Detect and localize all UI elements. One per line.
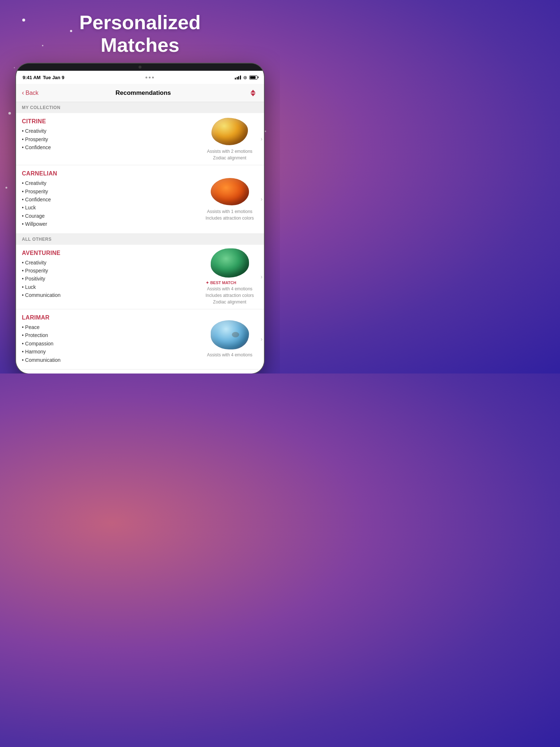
list-item: • Courage — [22, 212, 194, 220]
camera-dot — [139, 66, 141, 69]
larimar-name: LARIMAR — [22, 314, 194, 321]
citrine-name: CITRINE — [22, 118, 194, 125]
list-item: • Positivity — [22, 275, 194, 283]
list-item: • Luck — [22, 283, 194, 291]
larimar-properties: • Peace • Protection • Compassion • Harm… — [22, 323, 194, 364]
nav-title: Recommendations — [116, 89, 171, 97]
best-match-label: BEST MATCH — [210, 280, 236, 286]
sort-up-icon — [250, 90, 256, 93]
carnelian-meta: Assists with 1 emotionsIncludes attracti… — [206, 208, 254, 221]
larimar-meta: Assists with 4 emotions — [207, 352, 253, 358]
list-item: • Protection — [22, 331, 194, 339]
crystal-card-larimar[interactable]: LARIMAR • Peace • Protection • Compassio… — [16, 309, 264, 369]
citrine-properties: • Creativity • Prosperity • Confidence — [22, 127, 194, 151]
status-date: Tue Jan 9 — [43, 75, 64, 80]
sort-down-icon — [250, 93, 256, 96]
aventurine-image — [210, 248, 250, 278]
app-content: ‹ Back Recommendations MY COLLECTION CIT… — [16, 84, 264, 374]
chevron-right-icon: › — [261, 336, 262, 342]
list-item: • Confidence — [22, 196, 194, 204]
citrine-stone — [211, 118, 248, 145]
best-match-badge: ✦ BEST MATCH — [206, 280, 254, 286]
citrine-info: CITRINE • Creativity • Prosperity • Conf… — [16, 113, 198, 165]
crystal-card-citrine[interactable]: CITRINE • Creativity • Prosperity • Conf… — [16, 113, 264, 165]
list-item: • Creativity — [22, 259, 194, 267]
scroll-area[interactable]: MY COLLECTION CITRINE • Creativity • Pro… — [16, 102, 264, 374]
citrine-right: Assists with 2 emotionsZodiac alignment … — [198, 113, 264, 165]
carnelian-name: CARNELIAN — [22, 170, 194, 177]
status-time: 9:41 AM — [23, 75, 40, 80]
back-button[interactable]: ‹ Back — [22, 89, 39, 97]
chevron-right-icon: › — [261, 196, 262, 202]
list-item: • Prosperity — [22, 267, 194, 275]
signal-icon — [235, 76, 241, 80]
sort-button[interactable] — [248, 88, 258, 98]
aventurine-meta: ✦ BEST MATCH Assists with 4 emotionsIncl… — [206, 280, 254, 306]
carnelian-right: Assists with 1 emotionsIncludes attracti… — [198, 165, 264, 233]
crystal-card-amber[interactable]: AMBER • Self-connection • Protection • R… — [16, 369, 264, 374]
status-bar: 9:41 AM Tue Jan 9 ⊛ — [16, 71, 264, 84]
aventurine-info: AVENTURINE • Creativity • Prosperity • P… — [16, 245, 198, 309]
amber-info: AMBER • Self-connection • Protection • R… — [16, 369, 198, 374]
aventurine-right: ✦ BEST MATCH Assists with 4 emotionsIncl… — [198, 245, 264, 309]
citrine-image — [210, 117, 250, 146]
amber-right: › — [198, 369, 264, 374]
carnelian-info: CARNELIAN • Creativity • Prosperity • Co… — [16, 165, 198, 233]
list-item: • Creativity — [22, 127, 194, 135]
list-item: • Creativity — [22, 179, 194, 187]
list-item: • Luck — [22, 204, 194, 212]
list-item: • Willpower — [22, 220, 194, 228]
nav-bar: ‹ Back Recommendations — [16, 84, 264, 102]
carnelian-stone — [211, 178, 249, 205]
crystal-card-aventurine[interactable]: AVENTURINE • Creativity • Prosperity • P… — [16, 245, 264, 310]
crystal-card-carnelian[interactable]: CARNELIAN • Creativity • Prosperity • Co… — [16, 165, 264, 233]
carnelian-properties: • Creativity • Prosperity • Confidence •… — [22, 179, 194, 228]
hero-title: PersonalizedMatches — [79, 11, 201, 56]
back-chevron-icon: ‹ — [22, 89, 24, 97]
aventurine-name: AVENTURINE — [22, 250, 194, 256]
list-item: • Confidence — [22, 143, 194, 151]
citrine-meta: Assists with 2 emotionsZodiac alignment — [207, 148, 253, 161]
section-header-all-others: ALL OTHERS — [16, 234, 264, 245]
carnelian-image — [210, 177, 250, 206]
aventurine-stone — [211, 248, 249, 278]
list-item: • Communication — [22, 356, 194, 364]
status-dots — [145, 77, 154, 78]
list-item: • Harmony — [22, 348, 194, 356]
larimar-detail — [232, 332, 239, 337]
larimar-right: Assists with 4 emotions › — [198, 309, 264, 369]
larimar-info: LARIMAR • Peace • Protection • Compassio… — [16, 309, 198, 369]
larimar-stone — [211, 320, 249, 349]
list-item: • Compassion — [22, 340, 194, 348]
list-item: • Communication — [22, 291, 194, 299]
device-frame: 9:41 AM Tue Jan 9 ⊛ ‹ Back — [16, 63, 264, 374]
battery-icon — [249, 76, 257, 80]
aventurine-properties: • Creativity • Prosperity • Positivity •… — [22, 259, 194, 299]
chevron-right-icon: › — [261, 274, 262, 280]
status-icons: ⊛ — [235, 75, 257, 80]
list-item: • Prosperity — [22, 187, 194, 196]
larimar-image — [210, 320, 250, 349]
camera-area — [16, 63, 264, 71]
back-label: Back — [26, 90, 39, 96]
section-header-my-collection: MY COLLECTION — [16, 102, 264, 113]
star-icon: ✦ — [206, 280, 209, 286]
wifi-icon: ⊛ — [243, 75, 247, 80]
list-item: • Peace — [22, 323, 194, 331]
chevron-right-icon: › — [261, 136, 262, 142]
list-item: • Prosperity — [22, 135, 194, 143]
